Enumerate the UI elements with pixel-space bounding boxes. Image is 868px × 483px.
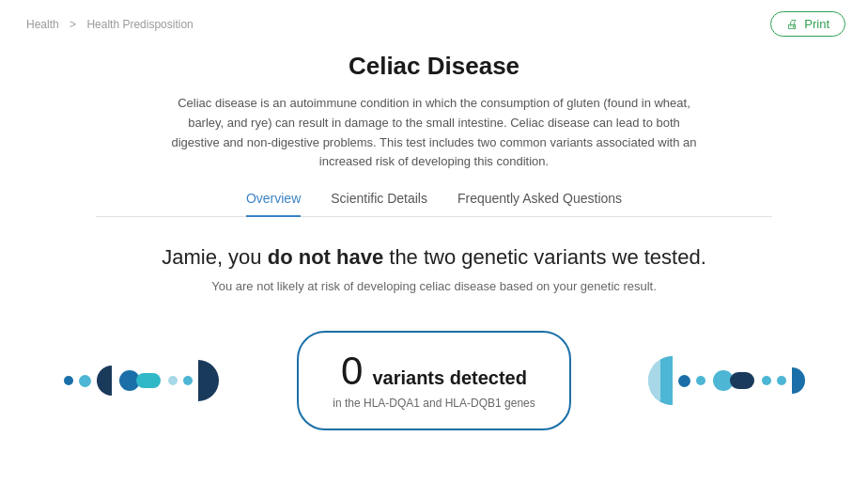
half-circle-gradient [648,356,673,405]
dot-4 [183,376,193,385]
dot-2 [79,375,91,387]
variants-label: variants detected [372,367,527,389]
dot-3 [168,376,178,385]
pill-teal [136,373,161,388]
half-circle-right-left [198,360,219,401]
dna-visualization: 0 variants detected in the HLA-DQA1 and … [0,321,868,449]
top-bar: Health > Health Predisposition Print [0,0,868,48]
breadcrumb-separator: > [70,18,76,31]
print-label: Print [804,17,829,31]
dot-r2 [696,376,705,385]
headline-prefix: Jamie, you [162,245,268,269]
dot-r1 [678,375,690,387]
tab-faq[interactable]: Frequently Asked Questions [457,191,622,217]
headline-suffix: the two genetic variants we tested. [383,245,706,269]
main-content: Celiac Disease Celiac disease is an auto… [96,52,772,217]
half-pill-left [97,366,112,396]
breadcrumb-parent: Health [26,18,59,31]
dot-1 [64,376,73,385]
page-description: Celiac disease is an autoimmune conditio… [171,94,697,172]
variants-subtext: in the HLA-DQA1 and HLA-DQB1 genes [333,397,535,410]
breadcrumb-current: Health Predisposition [86,18,193,31]
dna-right-decoration [586,356,868,405]
variants-count: 0 [341,351,363,391]
pill-dark-r [730,372,754,389]
print-icon [786,17,798,31]
dot-r4 [777,376,786,385]
tab-bar: Overview Scientific Details Frequently A… [96,191,772,217]
result-subtext: You are not likely at risk of developing… [0,279,868,293]
dna-left-decoration [0,360,282,401]
result-section: Jamie, you do not have the two genetic v… [0,217,868,468]
breadcrumb: Health > Health Predisposition [23,18,197,31]
headline-bold: do not have [268,245,383,269]
tab-scientific-details[interactable]: Scientific Details [331,191,427,217]
tab-overview[interactable]: Overview [246,191,301,217]
half-circle-right-r [792,367,805,394]
result-headline: Jamie, you do not have the two genetic v… [0,245,868,270]
variants-box: 0 variants detected in the HLA-DQA1 and … [297,331,570,430]
dot-r3 [762,376,771,385]
print-button[interactable]: Print [770,11,845,37]
page-title: Celiac Disease [96,52,772,81]
